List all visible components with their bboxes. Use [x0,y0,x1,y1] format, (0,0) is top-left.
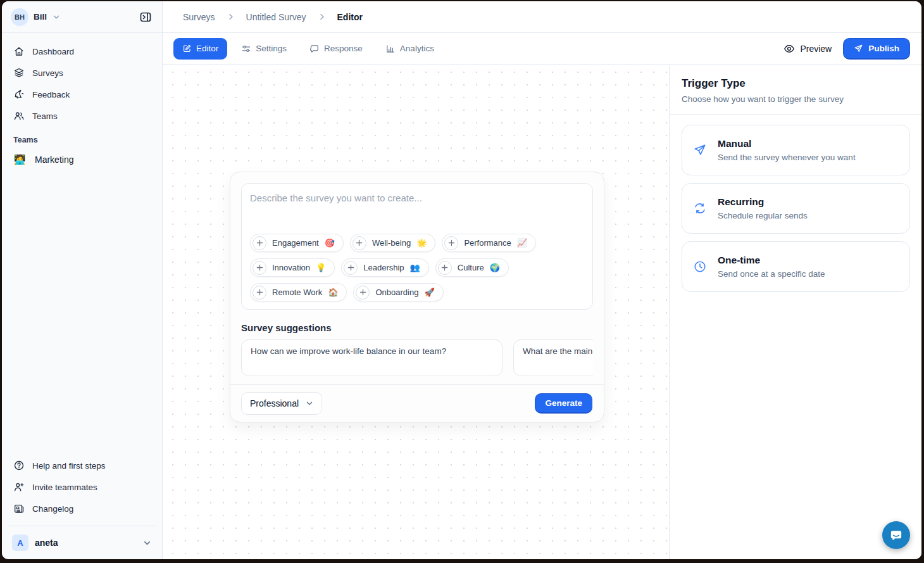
generate-button[interactable]: Generate [535,393,592,414]
breadcrumb-surveys[interactable]: Surveys [183,12,215,22]
topic-emoji: 🚀 [424,288,434,296]
sidebar-item-label: Surveys [32,68,63,78]
main-area: Surveys Untitled Survey Editor Editor Se… [163,1,921,559]
panel-collapse-icon [139,11,152,23]
newspaper-icon [13,503,25,514]
editor-canvas[interactable]: Describe the survey you want to create..… [163,65,669,559]
team-name: Marketing [35,155,73,165]
sidebar-item-help[interactable]: Help and first steps [7,455,157,476]
tab-label: Response [324,44,363,53]
user-menu[interactable]: A aneta [2,526,162,559]
workspace-avatar: BH [11,8,28,26]
sidebar-footer-nav: Help and first steps Invite teammates Ch… [2,451,162,526]
collapse-sidebar-button[interactable] [137,8,154,26]
topic-chip-leadership[interactable]: Leadership 👥 [341,258,429,277]
panel-subtitle: Choose how you want to trigger the surve… [682,94,910,104]
sidebar-item-dashboard[interactable]: Dashboard [7,41,157,62]
topic-chips: Engagement 🎯 Well-being 🌟 Performance [250,234,584,301]
tab-analytics[interactable]: Analytics [377,38,443,60]
trigger-description: Send once at a specific date [718,269,825,279]
prompt-placeholder: Describe the survey you want to create..… [250,193,584,203]
tone-select[interactable]: Professional [241,392,322,415]
tab-label: Settings [256,44,287,53]
tab-label: Editor [196,44,218,53]
topic-chip-innovation[interactable]: Innovation 💡 [250,258,335,277]
panel-header: Trigger Type Choose how you want to trig… [670,65,921,115]
topic-emoji: 🏠 [328,288,338,296]
help-circle-icon [13,460,25,471]
trigger-option-one-time[interactable]: One-time Send once at a specific date [682,241,910,292]
trigger-title: One-time [718,255,825,266]
sidebar-item-label: Teams [32,111,58,121]
user-plus-icon [13,481,25,493]
trigger-description: Schedule regular sends [718,211,808,220]
repeat-icon [693,201,707,215]
sidebar-item-invite[interactable]: Invite teammates [7,476,157,498]
plus-icon [253,261,266,275]
publish-button[interactable]: Publish [843,38,910,60]
suggestion-row: How can we improve work-life balance in … [241,339,593,376]
plus-icon [253,286,266,300]
generator-footer: Professional Generate [230,384,604,422]
trigger-option-recurring[interactable]: Recurring Schedule regular sends [682,183,910,234]
trigger-type-panel: Trigger Type Choose how you want to trig… [669,65,921,559]
trigger-option-text: One-time Send once at a specific date [718,255,825,279]
tab-response[interactable]: Response [301,38,371,60]
workspace-name: Bill [34,12,47,22]
trigger-option-text: Manual Send the survey whenever you want [718,138,856,162]
eye-icon [784,43,795,54]
plus-icon [344,261,358,275]
sliders-icon [241,44,251,54]
publish-label: Publish [868,44,899,53]
sidebar-spacer [2,171,162,451]
send-icon [693,143,707,157]
suggestions-title: Survey suggestions [241,322,593,333]
topic-chip-culture[interactable]: Culture 🌍 [435,258,509,277]
topic-chip-onboarding[interactable]: Onboarding 🚀 [353,283,443,301]
topic-chip-remote-work[interactable]: Remote Work 🏠 [250,283,347,301]
chevron-down-icon [305,399,314,408]
sidebar-item-surveys[interactable]: Surveys [7,62,157,84]
trigger-option-manual[interactable]: Manual Send the survey whenever you want [682,125,910,175]
topic-emoji: 💡 [316,263,326,272]
topic-chip-performance[interactable]: Performance 📈 [442,234,536,252]
breadcrumb-survey-name[interactable]: Untitled Survey [246,12,306,22]
topic-emoji: 🎯 [325,239,335,247]
sidebar-item-team-marketing[interactable]: 🧑‍💻 Marketing [2,148,162,171]
trigger-description: Send the survey whenever you want [718,153,856,162]
topic-chip-engagement[interactable]: Engagement 🎯 [250,234,344,252]
chevron-right-icon [227,13,235,21]
sidebar-item-teams[interactable]: Teams [7,105,157,127]
bar-chart-icon [385,44,396,54]
preview-label: Preview [800,44,832,54]
editor-toolbar: Editor Settings Response Analytics Previ… [163,33,921,65]
trigger-option-text: Recurring Schedule regular sends [718,196,808,220]
topic-emoji: 👥 [410,263,420,272]
chat-launcher-button[interactable] [882,521,910,549]
topic-chip-well-being[interactable]: Well-being 🌟 [350,234,435,252]
user-name: aneta [35,538,58,548]
toolbar-actions: Preview Publish [784,38,910,60]
tab-settings[interactable]: Settings [232,38,296,60]
send-icon [854,44,863,53]
sidebar-item-changelog[interactable]: Changelog [7,498,157,519]
megaphone-icon [13,89,25,100]
home-icon [13,46,25,57]
survey-prompt-input[interactable]: Describe the survey you want to create..… [241,183,593,310]
trigger-title: Recurring [718,196,808,208]
breadcrumb-current-page: Editor [337,12,363,22]
topic-emoji: 🌟 [416,239,427,247]
chat-bubble-icon [889,528,904,543]
suggestion-card[interactable]: How can we improve work-life balance in … [241,339,503,376]
plus-icon [356,286,370,300]
chevron-down-icon [142,538,152,548]
tab-editor[interactable]: Editor [173,38,227,60]
edit-icon [182,44,192,53]
panel-title: Trigger Type [682,77,910,90]
preview-button[interactable]: Preview [784,43,832,54]
sidebar-item-feedback[interactable]: Feedback [7,84,157,105]
clock-icon [693,260,707,274]
survey-generator-card: Describe the survey you want to create..… [230,172,604,422]
suggestion-card[interactable]: What are the main ob [513,339,593,376]
workspace-switcher[interactable]: BH Bill [2,1,162,33]
